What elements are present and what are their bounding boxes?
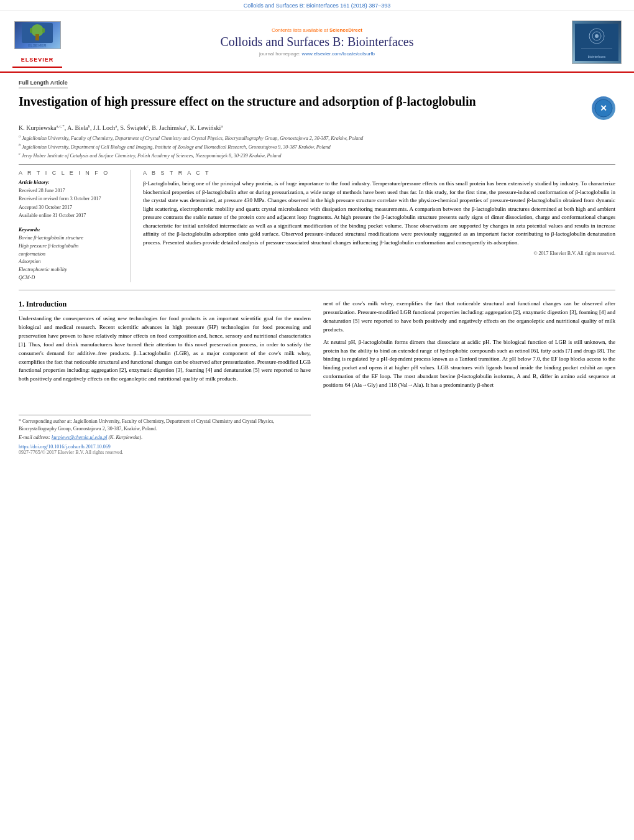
authors-line: K. Kurpiewskaa,c,*, A. Bielab, J.I. Loch… <box>19 124 615 131</box>
section-divider-1 <box>19 164 615 165</box>
intro-left-para1: Understanding the consequences of using … <box>19 315 311 384</box>
crossmark-badge: ✕ <box>592 96 615 120</box>
journal-homepage-link[interactable]: www.elsevier.com/locate/colsurfb <box>302 51 375 57</box>
elsevier-logo-area: ELSEVIER ELSEVIER <box>12 16 62 68</box>
footnote-area: * Corresponding author at: Jagiellonian … <box>19 415 311 455</box>
article-type-label: Full Length Article <box>19 80 68 88</box>
article-info-header: A R T I C L E I N F O <box>19 170 122 176</box>
svg-text:ELSEVIER: ELSEVIER <box>28 44 47 47</box>
accepted-date: Accepted 30 October 2017 <box>19 204 122 211</box>
article-title-row: Investigation of high pressure effect on… <box>19 93 615 120</box>
svg-text:✕: ✕ <box>600 103 607 113</box>
intro-left-column: 1. Introduction Understanding the conseq… <box>19 300 311 456</box>
svg-rect-2 <box>35 34 39 40</box>
journal-citation-bar: Colloids and Surfaces B: Biointerfaces 1… <box>0 0 634 11</box>
svg-rect-3 <box>30 28 32 33</box>
article-body-columns: A R T I C L E I N F O Article history: R… <box>19 170 615 282</box>
copyright-notice: © 2017 Elsevier B.V. All rights reserved… <box>143 251 615 256</box>
journal-cover-thumbnail: biointerfaces <box>572 21 622 64</box>
journal-title: Colloids and Surfaces B: Biointerfaces <box>68 35 566 49</box>
abstract-column: A B S T R A C T β-Lactoglobulin, being o… <box>143 170 615 282</box>
footnote-star-note: * Corresponding author at: Jagiellonian … <box>19 418 311 433</box>
footnote-email: E-mail address: kurpiews@chemia.uj.edu.p… <box>19 434 311 441</box>
abstract-text: β-Lactoglobulin, being one of the princi… <box>143 180 615 247</box>
doi-link: https://doi.org/10.1016/j.colsurfb.2017.… <box>19 444 311 450</box>
issn-line: 0927-7765/© 2017 Elsevier B.V. All right… <box>19 450 311 455</box>
elsevier-brand-text: ELSEVIER <box>21 57 54 63</box>
elsevier-logo-image: ELSEVIER <box>14 21 61 49</box>
keywords-list: Bovine β-lactoglobulin structure High pr… <box>19 234 122 282</box>
intro-section-title: 1. Introduction <box>19 300 311 311</box>
intro-right-column: nent of the cow's milk whey, exemplifies… <box>323 300 615 456</box>
introduction-section: 1. Introduction Understanding the conseq… <box>19 300 615 456</box>
svg-rect-4 <box>42 28 45 33</box>
journal-center-header: Contents lists available at ScienceDirec… <box>68 27 566 57</box>
available-date: Available online 31 October 2017 <box>19 212 122 219</box>
abstract-header: A B S T R A C T <box>143 170 615 176</box>
affiliations-block: a Jagiellonian University, Faculty of Ch… <box>19 134 615 159</box>
journal-citation-text: Colloids and Surfaces B: Biointerfaces 1… <box>244 2 391 9</box>
keywords-label: Keywords: <box>19 227 122 233</box>
journal-header: ELSEVIER ELSEVIER Contents lists availab… <box>0 11 634 73</box>
article-history-label: Article history: <box>19 180 122 185</box>
intro-right-para1: nent of the cow's milk whey, exemplifies… <box>323 300 615 335</box>
svg-text:biointerfaces: biointerfaces <box>588 55 606 58</box>
article-info-column: A R T I C L E I N F O Article history: R… <box>19 170 131 282</box>
revised-date: Received in revised form 3 October 2017 <box>19 195 122 202</box>
section-divider-2 <box>19 290 615 290</box>
journal-homepage: journal homepage: www.elsevier.com/locat… <box>68 51 566 57</box>
email-link[interactable]: kurpiews@chemia.uj.edu.pl <box>52 435 107 440</box>
main-content: Full Length Article Investigation of hig… <box>0 73 634 468</box>
received-date: Received 28 June 2017 <box>19 187 122 194</box>
intro-right-para2: At neutral pH, β-lactoglobulin forms dim… <box>323 338 615 390</box>
article-title: Investigation of high pressure effect on… <box>19 93 586 109</box>
svg-point-9 <box>595 34 599 38</box>
sciencedirect-notice: Contents lists available at ScienceDirec… <box>68 27 566 33</box>
